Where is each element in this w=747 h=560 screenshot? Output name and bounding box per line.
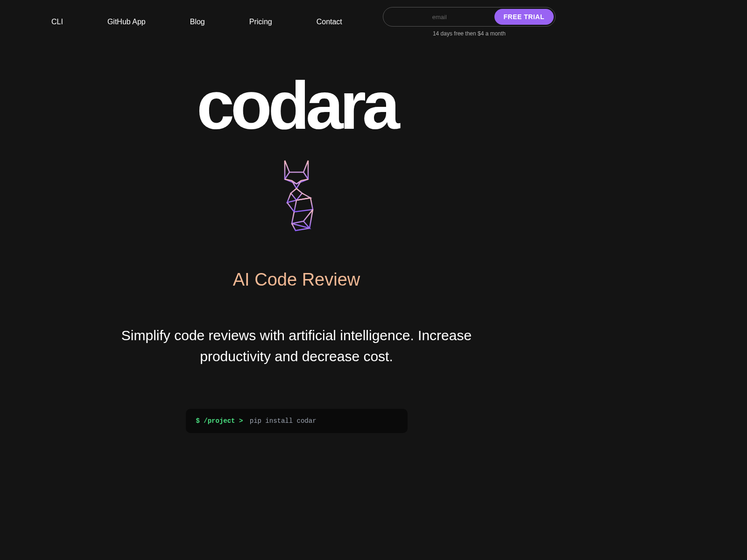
email-input[interactable] xyxy=(385,10,494,24)
fox-icon xyxy=(268,158,324,233)
signup-container: FREE TRIAL xyxy=(383,7,556,27)
logo-text: codara xyxy=(0,72,593,140)
terminal-prompt: $ xyxy=(196,417,200,425)
terminal-display: $ /project > pip install codar xyxy=(186,409,408,433)
pricing-note: 14 days free then $4 a month xyxy=(433,30,506,37)
nav-signup-section: FREE TRIAL 14 days free then $4 a month xyxy=(383,7,556,37)
terminal-path: /project xyxy=(204,417,235,425)
nav-link-pricing[interactable]: Pricing xyxy=(249,18,272,26)
hero-subtitle: AI Code Review xyxy=(0,270,593,290)
hero-section: codara AI Code Review Simplify code revi… xyxy=(0,72,593,433)
free-trial-button[interactable]: FREE TRIAL xyxy=(494,9,554,25)
nav-links: CLI GitHub App Blog Pricing Contact xyxy=(51,18,342,26)
nav-link-cli[interactable]: CLI xyxy=(51,18,63,26)
nav-link-github-app[interactable]: GitHub App xyxy=(107,18,146,26)
terminal-command: pip install codar xyxy=(250,417,317,425)
hero-description: Simplify code reviews with artificial in… xyxy=(98,325,495,367)
terminal-arrow: > xyxy=(239,417,243,425)
nav-link-blog[interactable]: Blog xyxy=(190,18,205,26)
nav-link-contact[interactable]: Contact xyxy=(317,18,342,26)
main-nav: CLI GitHub App Blog Pricing Contact FREE… xyxy=(0,0,593,44)
